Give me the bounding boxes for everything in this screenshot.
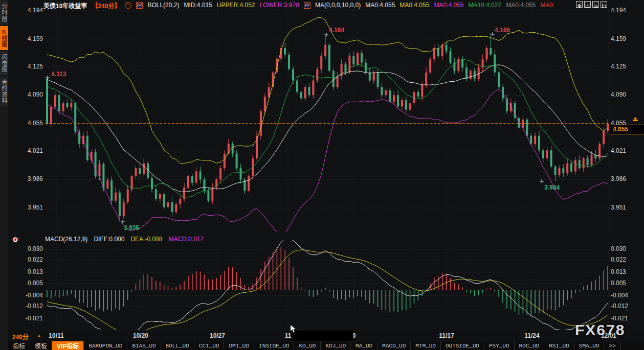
sidebar: 分时图K线图闪电图合约资料 xyxy=(0,0,8,350)
extreme-price-label: 3.984 xyxy=(544,184,560,191)
indicator-chart-icon[interactable] xyxy=(304,2,310,9)
macd-name: MACD(26,12,9) xyxy=(45,236,87,243)
trading-terminal: 分时图K线图闪电图合约资料 美债10年收益率 【240分】 BOLL(20,2)… xyxy=(0,0,644,350)
watermark: FX678 xyxy=(575,321,625,339)
chart-canvas[interactable] xyxy=(0,0,644,341)
sidebar-tab-合约资料[interactable]: 合约资料 xyxy=(0,77,8,106)
tooltip-overlay-box xyxy=(292,331,353,341)
macd-dea: DEA:-0.008 xyxy=(130,236,162,243)
current-price-box: 4.055 xyxy=(610,125,644,134)
symbol-title: 美债10年收益率 xyxy=(43,1,87,10)
bottom-tab-MA_UD[interactable]: MA_UD xyxy=(351,341,377,350)
left-axis-icon[interactable] xyxy=(584,1,591,8)
ma-name: MA(0,0,0,10,0,0) xyxy=(315,2,361,9)
bottom-tab-模板[interactable]: 模板 xyxy=(30,341,52,350)
hotspot-icon[interactable] xyxy=(11,235,20,244)
boll-mid: MID:4.015 xyxy=(184,2,212,9)
extreme-price-label: 3.935 xyxy=(124,224,139,231)
bottom-tab-OUTSIDE_UD[interactable]: OUTSIDE_UD xyxy=(441,341,484,350)
mouse-cursor xyxy=(290,325,297,333)
x-tick-10/11: 10/11 xyxy=(41,332,72,339)
x-tick-11/24: 11/24 xyxy=(517,332,547,339)
macd-header: MACD(26,12,9) DIFF:0.000 DEA:-0.008 MACD… xyxy=(45,236,204,243)
indicator-tab-bar: 指标模板VIP指标BARUPDN_UDBIAS_UDBOLL_UDCCI_UDD… xyxy=(8,341,644,350)
window-buttons xyxy=(576,1,607,8)
ma-value: MA10:4.027 xyxy=(468,2,501,9)
x-tick-11/17: 11/17 xyxy=(431,332,462,339)
boll-upper: UPPER:4.052 xyxy=(217,2,255,9)
bottom-tab-DMI_UD[interactable]: DMI_UD xyxy=(224,341,254,350)
sidebar-tab-分时图[interactable]: 分时图 xyxy=(0,1,8,25)
ma-value: MA0:4.055 xyxy=(399,2,429,9)
bottom-tab-KD_UD[interactable]: KD_UD xyxy=(294,341,321,350)
ma-value: MA0:4.055 xyxy=(506,2,536,9)
pan-tool-icon[interactable] xyxy=(576,1,583,8)
timeframe-label[interactable]: 240分 xyxy=(12,332,29,341)
bottom-tab-BOLL_UD[interactable]: BOLL_UD xyxy=(161,341,194,350)
extreme-price-label: 4.164 xyxy=(329,27,344,34)
bottom-tab-PSY_UD[interactable]: PSY_UD xyxy=(484,341,515,350)
bottom-tab-CCI_UD[interactable]: CCI_UD xyxy=(194,341,225,350)
indicator-chart-icon[interactable] xyxy=(136,2,143,9)
boll-lower: LOWER:3.978 xyxy=(260,2,299,9)
bottom-tab-指标[interactable]: 指标 xyxy=(8,341,30,350)
extreme-price-label: 4.113 xyxy=(51,71,66,78)
boll-name: BOLL(20,2) xyxy=(147,2,179,9)
x-tick-10/20: 10/20 xyxy=(125,332,156,339)
collapse-icon[interactable] xyxy=(125,2,131,9)
period-label: 【240分】 xyxy=(92,1,120,10)
ma-values: MA0:4.055MA0:4.055MA0:4.055MA10:4.027MA0… xyxy=(365,2,554,9)
macd-value: MACD:0.017 xyxy=(168,236,204,243)
bottom-tab-BIAS_UD[interactable]: BIAS_UD xyxy=(127,341,161,350)
ma-value: MA0:4.055 xyxy=(434,2,463,9)
bottom-tab-BARUPDN_UD[interactable]: BARUPDN_UD xyxy=(84,341,127,350)
x-tick-10/27: 10/27 xyxy=(202,332,233,339)
sidebar-tab-闪电图[interactable]: 闪电图 xyxy=(0,52,8,75)
macd-diff: DIFF:0.000 xyxy=(94,236,124,243)
ma-value: MA0:4.055 xyxy=(365,2,395,9)
bottom-tab-ROC_UD[interactable]: ROC_UD xyxy=(515,341,545,350)
detach-window-icon[interactable] xyxy=(601,1,607,8)
right-axis-icon[interactable] xyxy=(592,1,599,8)
sidebar-tab-K线图[interactable]: K线图 xyxy=(0,26,8,50)
bottom-tab-VIP指标[interactable]: VIP指标 xyxy=(52,341,84,350)
bottom-tab->>[interactable]: >> xyxy=(604,341,620,350)
bottom-tab-MACD_UD[interactable]: MACD_UD xyxy=(377,341,411,350)
bottom-tab-RSI_UD[interactable]: RSI_UD xyxy=(544,341,574,350)
chart-header: 美债10年收益率 【240分】 BOLL(20,2) MID:4.015 UPP… xyxy=(43,1,554,9)
bottom-tab-MTM_UD[interactable]: MTM_UD xyxy=(411,341,441,350)
price-marker-icon xyxy=(633,116,638,122)
bottom-tab-SMA_UD[interactable]: SMA_UD xyxy=(574,341,605,350)
ma-value: MA0: xyxy=(540,2,554,9)
bottom-tab-KDJ_UD[interactable]: KDJ_UD xyxy=(321,341,351,350)
bottom-tab-INSIDE_UD[interactable]: INSIDE_UD xyxy=(254,341,294,350)
extreme-price-label: 4.166 xyxy=(495,27,510,34)
